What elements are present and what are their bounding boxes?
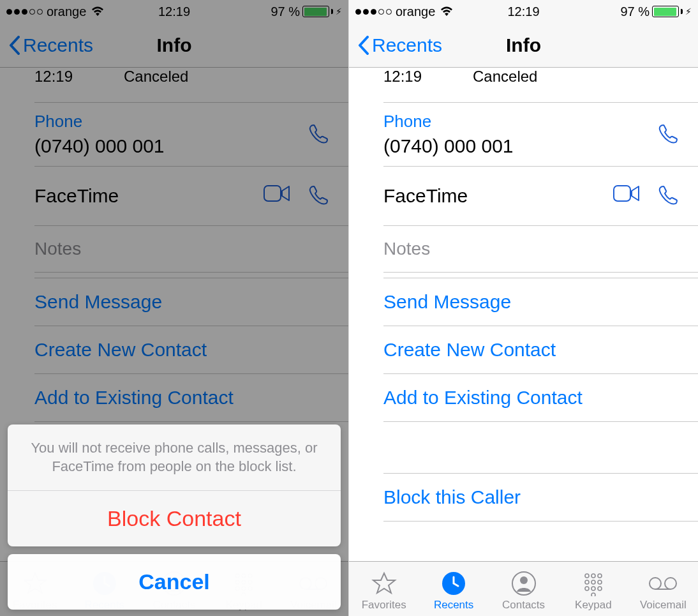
wifi-icon <box>439 6 454 17</box>
clock-icon <box>441 570 466 597</box>
svg-point-24 <box>591 574 595 578</box>
phone-number: (0740) 000 001 <box>383 135 514 157</box>
recent-call-time: 12:19 <box>383 68 473 86</box>
recent-call-row: 12:19 Canceled <box>349 68 698 96</box>
phone-call-icon[interactable] <box>655 122 680 147</box>
signal-dots-icon <box>355 9 392 15</box>
facetime-audio-icon[interactable] <box>655 183 680 209</box>
svg-rect-18 <box>614 186 630 201</box>
tab-label: Voicemail <box>640 599 687 612</box>
battery-percent: 97 % <box>620 4 650 19</box>
charging-icon: ⚡︎ <box>685 6 692 17</box>
create-new-contact-button[interactable]: Create New Contact <box>383 326 698 373</box>
svg-marker-19 <box>373 573 395 593</box>
svg-point-22 <box>520 576 528 584</box>
tab-label: Contacts <box>502 599 545 612</box>
back-label: Recents <box>372 34 442 56</box>
keypad-icon <box>581 570 606 597</box>
facetime-section: FaceTime <box>383 166 698 225</box>
tab-label: Keypad <box>575 599 612 612</box>
status-right: 97 % ⚡︎ <box>620 4 692 19</box>
tab-label: Recents <box>434 599 473 612</box>
phone-section[interactable]: Phone (0740) 000 001 <box>383 102 698 166</box>
facetime-label: FaceTime <box>383 185 468 207</box>
nav-bar: Recents Info <box>349 23 698 68</box>
status-left: orange <box>355 4 454 19</box>
svg-point-32 <box>591 593 595 596</box>
phone-screen-left: orange 12:19 97 % ⚡︎ Recents Info <box>0 0 349 616</box>
svg-point-30 <box>591 587 595 590</box>
status-time: 12:19 <box>507 4 539 19</box>
content-area: 12:19 Canceled Phone (0740) 000 001 Face… <box>349 68 698 616</box>
tab-recents[interactable]: Recents <box>419 570 488 612</box>
svg-point-33 <box>650 578 661 589</box>
svg-point-23 <box>585 574 589 578</box>
add-existing-contact-button[interactable]: Add to Existing Contact <box>383 373 698 421</box>
tab-label: Favorites <box>362 599 406 612</box>
tab-favorites[interactable]: Favorites <box>349 570 419 612</box>
send-message-button[interactable]: Send Message <box>383 278 698 326</box>
battery-icon <box>652 6 683 17</box>
tab-bar: Favorites Recents Contacts Keypad Voicem… <box>349 561 698 616</box>
action-sheet-message: You will not receive phone calls, messag… <box>8 424 341 490</box>
svg-point-28 <box>598 580 602 584</box>
svg-point-25 <box>598 574 602 578</box>
page-title: Info <box>506 34 541 56</box>
star-icon <box>371 570 397 597</box>
action-sheet-group: You will not receive phone calls, messag… <box>8 424 341 546</box>
status-bar: orange 12:19 97 % ⚡︎ <box>349 0 698 23</box>
phone-field-label: Phone <box>383 112 514 131</box>
svg-point-26 <box>585 580 589 584</box>
svg-point-29 <box>585 587 589 590</box>
notes-label[interactable]: Notes <box>383 225 698 272</box>
person-icon <box>511 570 537 597</box>
voicemail-icon <box>648 570 678 597</box>
carrier-label: orange <box>396 4 435 19</box>
svg-point-31 <box>598 587 602 590</box>
tab-keypad[interactable]: Keypad <box>558 570 628 612</box>
tab-contacts[interactable]: Contacts <box>489 570 558 612</box>
tab-voicemail[interactable]: Voicemail <box>628 570 698 612</box>
block-contact-button[interactable]: Block Contact <box>8 490 341 546</box>
back-button[interactable]: Recents <box>358 34 442 56</box>
recent-call-status: Canceled <box>473 68 537 86</box>
cancel-button[interactable]: Cancel <box>8 554 341 610</box>
phone-screen-right: orange 12:19 97 % ⚡︎ Recents Info 12:19 <box>349 0 698 616</box>
block-this-caller-button[interactable]: Block this Caller <box>383 473 698 522</box>
facetime-video-icon[interactable] <box>613 183 641 209</box>
block-action-sheet: You will not receive phone calls, messag… <box>8 424 341 610</box>
svg-point-27 <box>591 580 595 584</box>
svg-point-34 <box>665 578 676 589</box>
